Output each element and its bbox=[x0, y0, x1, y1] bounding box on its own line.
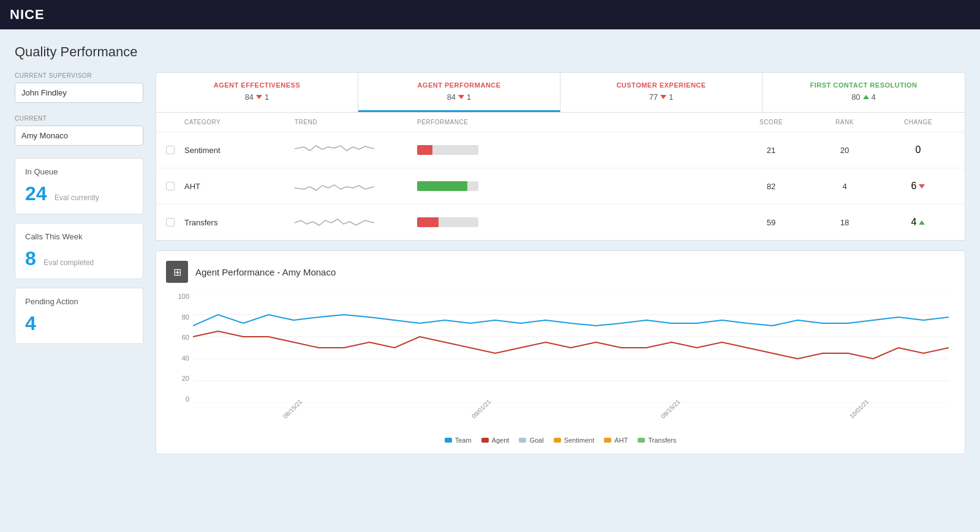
supervisor-select[interactable]: John Findley bbox=[15, 83, 143, 103]
tab-agent-performance[interactable]: AGENT PERFORMANCE 84 1 bbox=[358, 73, 560, 112]
perf-bar-aht bbox=[417, 181, 734, 191]
performance-table: CATEGORY TREND PERFORMANCE SCORE RANK CH… bbox=[156, 113, 965, 241]
legend-aht-dot bbox=[604, 438, 611, 443]
app-logo: NICE bbox=[10, 7, 45, 23]
table-row: AHT 82 4 6 bbox=[156, 168, 965, 204]
score-aht: 82 bbox=[734, 182, 808, 191]
current-label: CURRENT bbox=[15, 115, 143, 122]
perf-bar-sentiment bbox=[417, 145, 734, 155]
arrow-down-icon bbox=[919, 184, 925, 189]
trend-transfers bbox=[295, 212, 417, 233]
arrow-down-icon bbox=[660, 95, 666, 99]
score-transfers: 59 bbox=[734, 218, 808, 227]
category-transfers: Transfers bbox=[184, 218, 295, 227]
legend-sentiment-dot bbox=[554, 438, 561, 443]
legend-goal: Goal bbox=[519, 436, 543, 444]
row-checkbox[interactable] bbox=[166, 218, 175, 227]
chart-title: Agent Performance - Amy Monaco bbox=[195, 267, 336, 277]
supervisor-label: CURRENT SUPERVISOR bbox=[15, 72, 143, 79]
chart-legend: Team Agent Goal Sentiment bbox=[166, 436, 955, 444]
legend-goal-label: Goal bbox=[529, 436, 543, 444]
col-performance: PERFORMANCE bbox=[417, 119, 734, 126]
current-select[interactable]: Amy Monaco bbox=[15, 126, 143, 146]
sidebar: CURRENT SUPERVISOR John Findley CURRENT … bbox=[15, 72, 143, 454]
y-label-0: 0 bbox=[166, 395, 189, 403]
col-category: CATEGORY bbox=[184, 119, 295, 126]
legend-sentiment-label: Sentiment bbox=[564, 436, 595, 444]
y-label-100: 100 bbox=[166, 293, 189, 300]
table-row: Sentiment 21 20 0 bbox=[156, 132, 965, 168]
tab-agent-effectiveness-label: AGENT EFFECTIVENESS bbox=[162, 81, 352, 89]
calls-week-card: Calls This Week 8 Eval completed bbox=[15, 223, 143, 279]
tab-first-contact-label: FIRST CONTACT RESOLUTION bbox=[769, 81, 959, 89]
legend-sentiment: Sentiment bbox=[554, 436, 595, 444]
tab-agent-performance-label: AGENT PERFORMANCE bbox=[364, 81, 554, 89]
y-label-40: 40 bbox=[166, 354, 189, 362]
in-queue-title: In Queue bbox=[25, 167, 133, 176]
in-queue-value: 24 bbox=[25, 182, 47, 205]
chart-grid-icon: ⊞ bbox=[166, 261, 188, 283]
chart-svg bbox=[193, 293, 949, 403]
legend-team: Team bbox=[445, 436, 472, 444]
category-sentiment: Sentiment bbox=[184, 146, 295, 155]
calls-week-title: Calls This Week bbox=[25, 232, 133, 241]
legend-goal-dot bbox=[519, 438, 526, 443]
category-aht: AHT bbox=[184, 182, 295, 191]
rank-aht: 4 bbox=[808, 182, 881, 191]
tab-first-contact-stats: 80 4 bbox=[769, 92, 959, 102]
legend-agent: Agent bbox=[481, 436, 510, 444]
tab-agent-effectiveness-stats: 84 1 bbox=[162, 92, 352, 102]
change-aht: 6 bbox=[881, 181, 955, 192]
table-header: CATEGORY TREND PERFORMANCE SCORE RANK CH… bbox=[156, 113, 965, 132]
arrow-up-icon bbox=[919, 220, 925, 225]
arrow-down-icon bbox=[256, 95, 262, 99]
tabs-row: AGENT EFFECTIVENESS 84 1 AGENT PERFORMAN… bbox=[156, 72, 965, 113]
tab-agent-effectiveness[interactable]: AGENT EFFECTIVENESS 84 1 bbox=[156, 73, 358, 112]
calls-week-value: 8 bbox=[25, 247, 36, 270]
trend-aht bbox=[295, 176, 417, 197]
rank-transfers: 18 bbox=[808, 218, 881, 227]
row-checkbox[interactable] bbox=[166, 146, 175, 154]
page-title: Quality Performance bbox=[15, 44, 965, 60]
legend-agent-dot bbox=[481, 438, 489, 443]
arrow-up-icon bbox=[863, 95, 869, 99]
trend-sentiment bbox=[295, 140, 417, 160]
in-queue-label: Eval currently bbox=[55, 193, 99, 202]
pending-value: 4 bbox=[25, 312, 36, 335]
y-label-60: 60 bbox=[166, 334, 189, 341]
tab-agent-performance-stats: 84 1 bbox=[364, 92, 554, 102]
change-transfers: 4 bbox=[881, 217, 955, 228]
tab-first-contact-resolution[interactable]: FIRST CONTACT RESOLUTION 80 4 bbox=[763, 73, 965, 112]
tab-customer-experience[interactable]: CUSTOMER EXPERIENCE 77 1 bbox=[560, 73, 763, 112]
score-sentiment: 21 bbox=[734, 146, 808, 155]
pending-title: Pending Action bbox=[25, 297, 133, 306]
legend-team-dot bbox=[445, 438, 452, 443]
app-header: NICE bbox=[0, 0, 980, 29]
legend-transfers: Transfers bbox=[638, 436, 676, 444]
y-label-20: 20 bbox=[166, 375, 189, 382]
col-rank: RANK bbox=[808, 119, 881, 126]
in-queue-card: In Queue 24 Eval currently bbox=[15, 158, 143, 214]
col-score: SCORE bbox=[734, 119, 808, 126]
legend-team-label: Team bbox=[455, 436, 472, 444]
row-checkbox[interactable] bbox=[166, 182, 175, 190]
chart-header: ⊞ Agent Performance - Amy Monaco bbox=[166, 261, 955, 283]
tab-customer-experience-label: CUSTOMER EXPERIENCE bbox=[567, 81, 756, 89]
legend-transfers-dot bbox=[638, 438, 645, 443]
pending-action-card: Pending Action 4 bbox=[15, 288, 143, 344]
rank-sentiment: 20 bbox=[808, 146, 881, 155]
change-sentiment: 0 bbox=[881, 144, 955, 155]
main-content: AGENT EFFECTIVENESS 84 1 AGENT PERFORMAN… bbox=[156, 72, 965, 454]
chart-section: ⊞ Agent Performance - Amy Monaco 100 80 … bbox=[156, 250, 965, 454]
legend-aht-label: AHT bbox=[614, 436, 628, 444]
perf-bar-transfers bbox=[417, 217, 734, 227]
tab-customer-experience-stats: 77 1 bbox=[567, 92, 756, 102]
col-change: CHANGE bbox=[881, 119, 955, 126]
legend-aht: AHT bbox=[604, 436, 628, 444]
calls-week-label: Eval completed bbox=[43, 258, 94, 267]
col-trend: TREND bbox=[295, 119, 417, 126]
legend-agent-label: Agent bbox=[492, 436, 510, 444]
table-row: Transfers 59 18 4 bbox=[156, 204, 965, 240]
col-checkbox bbox=[166, 119, 184, 126]
arrow-down-icon bbox=[458, 95, 464, 99]
